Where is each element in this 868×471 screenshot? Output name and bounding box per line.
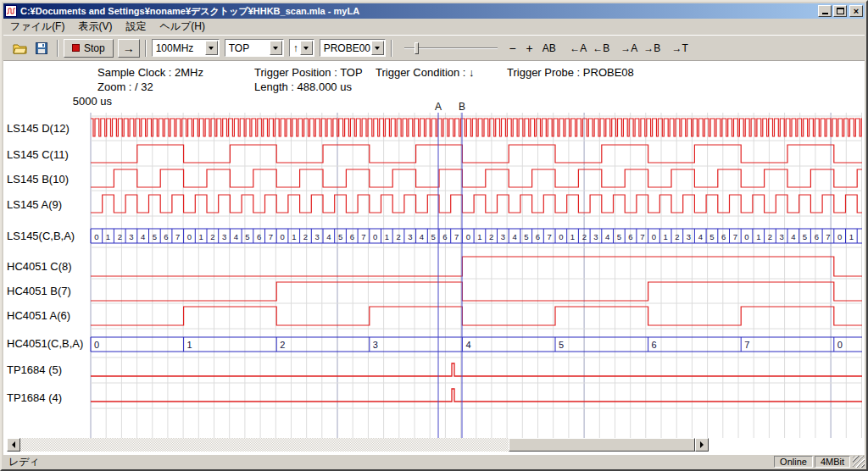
chevron-down-icon[interactable]: [300, 41, 313, 55]
horizontal-scrollbar[interactable]: [7, 438, 709, 452]
goto-trigger-button[interactable]: →T: [669, 39, 692, 58]
slider-thumb[interactable]: [415, 42, 419, 54]
titlebar: C:¥Documents and Settings¥noname¥デスクトップ¥…: [3, 3, 865, 19]
goto-cursor-b-left-button[interactable]: ←B: [590, 39, 613, 58]
stop-button[interactable]: Stop: [64, 39, 114, 58]
menu-settings[interactable]: 設定: [119, 18, 153, 36]
client-area: [3, 61, 865, 455]
zoom-out-button[interactable]: −: [504, 39, 521, 58]
minimize-button[interactable]: [818, 5, 832, 17]
menubar: ファイル(F) 表示(V) 設定 ヘルプ(H): [3, 19, 865, 35]
trigger-condition-info: Trigger Condition : ↓: [376, 66, 475, 79]
minimize-icon: [822, 8, 828, 14]
open-button[interactable]: [8, 39, 31, 58]
run-button[interactable]: →: [118, 39, 140, 58]
save-button[interactable]: [31, 39, 52, 58]
menu-view[interactable]: 表示(V): [71, 18, 119, 36]
scroll-right-button[interactable]: [695, 438, 709, 452]
scroll-left-button[interactable]: [7, 438, 20, 452]
toolbar: Stop → 100MHz TOP ↑ PROBE00 − + AB ←A ←B…: [3, 35, 865, 61]
scrollbar-thumb[interactable]: [509, 438, 695, 452]
toolbar-separator: [391, 40, 392, 57]
app-icon: [5, 5, 17, 17]
toolbar-separator: [145, 40, 147, 57]
statusbar: レディ Online 4MBit: [3, 455, 865, 468]
stop-icon: [72, 44, 80, 52]
run-arrow-icon: →: [123, 42, 135, 55]
zoom-info: Zoom : / 32: [97, 80, 153, 93]
menu-file[interactable]: ファイル(F): [3, 18, 71, 36]
scroll-left-icon: [12, 441, 15, 448]
zoom-in-button[interactable]: +: [521, 39, 538, 58]
trigger-position-info: Trigger Position : TOP: [254, 66, 363, 79]
open-folder-icon: [13, 42, 27, 54]
maximize-icon: [837, 8, 844, 14]
goto-cursor-a-left-button[interactable]: ←A: [567, 39, 590, 58]
length-info: Length : 488.000 us: [254, 80, 352, 93]
status-ready-text: レディ: [8, 455, 772, 469]
zoom-slider[interactable]: [404, 39, 498, 58]
toolbar-separator: [57, 40, 58, 57]
time-scale-label: 5000 us: [66, 95, 112, 108]
trigger-probe-select[interactable]: PROBE00: [320, 39, 386, 57]
chevron-down-icon[interactable]: [205, 41, 218, 55]
maximize-button[interactable]: [833, 5, 847, 17]
window-title: C:¥Documents and Settings¥noname¥デスクトップ¥…: [20, 5, 816, 18]
resize-grip[interactable]: [853, 456, 865, 468]
status-memory-badge: 4MBit: [815, 456, 850, 468]
goto-cursor-b-right-button[interactable]: →B: [641, 39, 664, 58]
trigger-edge-select[interactable]: ↑: [289, 39, 314, 57]
scroll-right-icon: [700, 441, 704, 448]
close-button[interactable]: ×: [849, 5, 863, 17]
menu-help[interactable]: ヘルプ(H): [153, 18, 212, 36]
chevron-down-icon[interactable]: [270, 41, 282, 55]
trigger-position-select[interactable]: TOP: [225, 39, 284, 57]
stop-label: Stop: [84, 42, 105, 54]
sample-clock-info: Sample Clock : 2MHz: [97, 66, 203, 79]
close-icon: ×: [854, 7, 859, 15]
trigger-probe-info: Trigger Probe : PROBE08: [507, 66, 634, 79]
sample-clock-select[interactable]: 100MHz: [152, 39, 220, 57]
goto-cursor-a-right-button[interactable]: →A: [618, 39, 641, 58]
chevron-down-icon[interactable]: [371, 41, 384, 55]
status-online-badge: Online: [774, 456, 813, 468]
zoom-ab-button[interactable]: AB: [538, 39, 560, 58]
floppy-icon: [36, 42, 47, 54]
scrollbar-track[interactable]: [20, 438, 695, 452]
